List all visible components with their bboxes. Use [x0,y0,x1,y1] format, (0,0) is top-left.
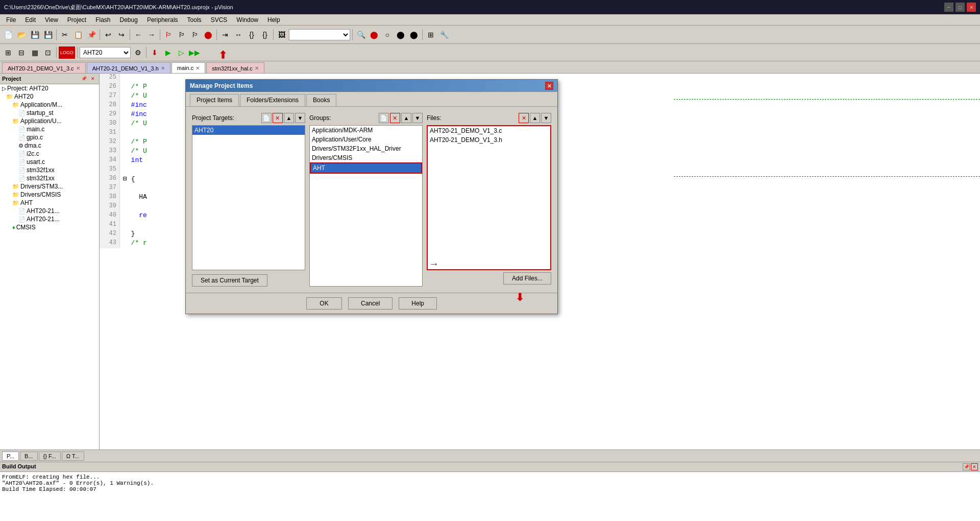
targets-del-btn[interactable]: ✕ [273,113,283,123]
dialog-columns: Project Targets: 📄 ✕ ▲ ▼ AHT20 Set as Cu… [192,113,551,287]
project-targets-label: Project Targets: [192,114,260,122]
groups-header: Groups: 📄 ✕ ▲ ▼ [309,113,423,123]
group-drivers-cmsis[interactable]: Drivers/CMSIS [310,153,422,162]
target-aht20[interactable]: AHT20 [192,126,305,135]
dialog-footer: OK Cancel Help [186,293,557,314]
dialog-overlay: Manage Project Items ✕ Project Items Fol… [0,0,980,521]
group-aht[interactable]: AHT [310,162,422,174]
dialog-cancel-button[interactable]: Cancel [348,297,393,310]
file-aht20-demo-h[interactable]: AHT20-21_DEMO_V1_3.h [428,135,550,145]
groups-add-btn[interactable]: 📄 [379,113,389,123]
project-targets-header: Project Targets: 📄 ✕ ▲ ▼ [192,113,305,123]
dialog-tab-folders[interactable]: Folders/Extensions [240,94,305,106]
annotation-arrow-1: ⬇ [218,49,227,61]
group-drivers-stm[interactable]: Drivers/STM32F1xx_HAL_Driver [310,144,422,153]
files-col: Files: ✕ ▲ ▼ AHT20-21_DEMO_V1_3.c AHT20-… [427,113,551,287]
targets-down-btn[interactable]: ▼ [295,113,305,123]
dialog-help-button[interactable]: Help [399,297,437,310]
groups-del-btn[interactable]: ✕ [390,113,400,123]
dialog-content: Project Targets: 📄 ✕ ▲ ▼ AHT20 Set as Cu… [186,107,557,293]
groups-list: Application/MDK-ARM Application/User/Cor… [309,125,423,287]
groups-down-btn[interactable]: ▼ [412,113,423,123]
dialog-ok-button[interactable]: OK [306,297,342,310]
add-files-area: Add Files... [427,270,551,287]
group-app-user[interactable]: Application/User/Core [310,135,422,144]
groups-label: Groups: [309,114,378,122]
manage-project-dialog: Manage Project Items ✕ Project Items Fol… [185,79,558,314]
add-files-button[interactable]: Add Files... [503,272,551,285]
groups-up-btn[interactable]: ▲ [401,113,411,123]
files-up-btn[interactable]: ▲ [530,113,540,123]
targets-list: AHT20 [192,125,305,270]
targets-up-btn[interactable]: ▲ [284,113,294,123]
dialog-tab-books[interactable]: Books [306,94,336,106]
set-current-target-button[interactable]: Set as Current Target [192,274,267,287]
targets-add-btn[interactable]: 📄 [261,113,272,123]
files-down-btn[interactable]: ▼ [541,113,551,123]
dialog-title-bar: Manage Project Items ✕ [186,80,557,92]
group-app-mdk[interactable]: Application/MDK-ARM [310,126,422,135]
file-aht20-demo-c[interactable]: AHT20-21_DEMO_V1_3.c [428,126,550,135]
dialog-tab-bar: Project Items Folders/Extensions Books [186,92,557,107]
groups-col: Groups: 📄 ✕ ▲ ▼ Application/MDK-ARM Appl… [309,113,423,287]
files-header: Files: ✕ ▲ ▼ [427,113,551,123]
files-del-btn[interactable]: ✕ [519,113,529,123]
dialog-close-button[interactable]: ✕ [545,82,553,90]
files-label: Files: [427,114,518,122]
dialog-title: Manage Project Items [190,82,253,89]
files-list: AHT20-21_DEMO_V1_3.c AHT20-21_DEMO_V1_3.… [427,125,551,270]
dialog-tab-project-items[interactable]: Project Items [190,94,239,106]
project-targets-col: Project Targets: 📄 ✕ ▲ ▼ AHT20 Set as Cu… [192,113,305,287]
